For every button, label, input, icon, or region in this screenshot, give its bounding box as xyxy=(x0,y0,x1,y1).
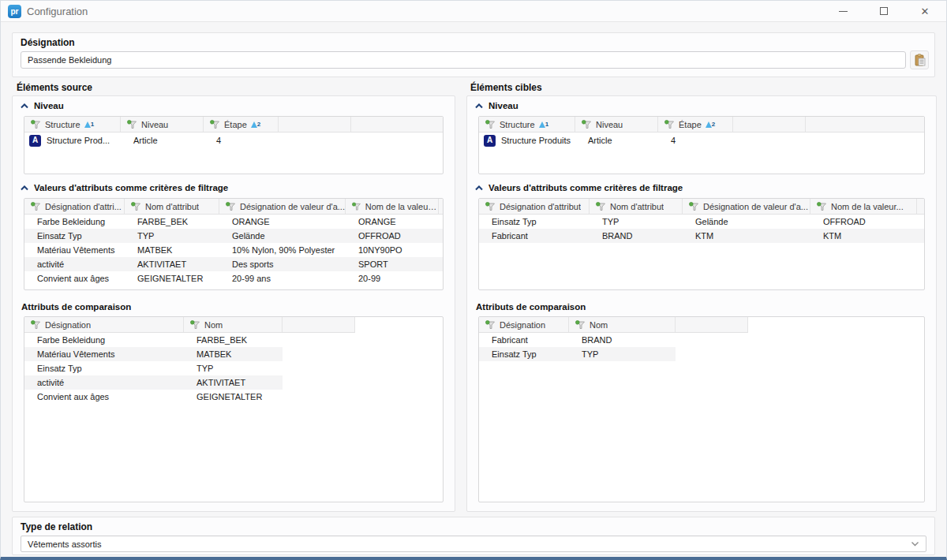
table-row[interactable]: Einsatz TypTYPGeländeOFFROAD xyxy=(479,215,924,229)
minimize-button[interactable] xyxy=(833,2,853,20)
collapse-chevron-up-icon xyxy=(475,185,483,191)
filter-funnel-icon xyxy=(131,202,141,211)
source-panel-title: Éléments source xyxy=(17,82,92,93)
header-filler xyxy=(733,117,806,132)
app-logo-icon: pr xyxy=(8,5,21,18)
relation-selected-value: Vêtements assortis xyxy=(28,539,102,549)
section-title: Attributs de comparaison xyxy=(21,302,131,312)
maximize-icon xyxy=(880,7,888,15)
sort-ascending-icon: 2 xyxy=(706,120,717,129)
column-header-etape[interactable]: Étape 2 xyxy=(658,117,733,132)
source-niveau-section-toggle[interactable]: Niveau xyxy=(21,101,64,110)
filter-funnel-icon xyxy=(190,320,200,330)
close-button[interactable]: ✕ xyxy=(915,2,935,20)
table-row[interactable]: activitéAKTIVITAETDes sportsSPORT xyxy=(24,257,443,271)
title-bar: pr Configuration ✕ xyxy=(1,1,946,22)
filter-funnel-icon xyxy=(31,320,41,330)
chevron-down-icon xyxy=(911,541,919,547)
article-structure-badge-icon: A xyxy=(484,135,496,147)
table-row[interactable]: FabricantBRAND xyxy=(479,333,676,347)
clipboard-paste-icon xyxy=(913,54,926,67)
filter-funnel-icon xyxy=(664,120,675,129)
collapse-chevron-up-icon xyxy=(21,185,28,191)
section-title: Valeurs d'attributs comme critères de fi… xyxy=(488,183,683,192)
header-filler xyxy=(279,117,351,132)
table-row[interactable]: Einsatz TypTYPGeländeOFFROAD xyxy=(24,229,443,243)
target-panel-title: Éléments cibles xyxy=(470,82,542,93)
table-row[interactable]: Convient aux âgesGEIGNETALTER20-99 ans20… xyxy=(24,271,443,286)
filter-funnel-icon xyxy=(352,202,361,211)
article-structure-badge-icon: A xyxy=(29,135,41,147)
column-header[interactable]: Désignation xyxy=(479,317,569,332)
relation-group: Type de relation Vêtements assortis xyxy=(12,517,935,555)
designation-input[interactable] xyxy=(21,51,906,69)
target-panel: Niveau Structure 1 Niveau Étape 2 xyxy=(466,95,937,512)
source-panel: Niveau Structure 1 Niveau Étape 2 xyxy=(12,95,455,512)
table-row[interactable]: Farbe BekleidungFARBE_BEK xyxy=(24,333,283,347)
column-header[interactable]: Désignation xyxy=(24,317,184,332)
filter-funnel-icon xyxy=(226,202,236,211)
close-icon: ✕ xyxy=(921,6,930,17)
filter-funnel-icon xyxy=(575,320,586,330)
maximize-button[interactable] xyxy=(874,2,894,20)
filter-funnel-icon xyxy=(817,202,827,211)
table-row[interactable]: activitéAKTIVITAET xyxy=(24,375,283,390)
table-row[interactable]: AStructure Produits Article 4 xyxy=(479,133,924,148)
section-title: Attributs de comparaison xyxy=(476,302,586,312)
table-row[interactable]: AStructure Prod... Article 4 xyxy=(24,133,443,148)
filter-funnel-icon xyxy=(485,120,496,129)
target-filter-section-toggle[interactable]: Valeurs d'attributs comme critères de fi… xyxy=(475,183,683,192)
relation-type-select[interactable]: Vêtements assortis xyxy=(21,536,926,552)
minimize-icon xyxy=(839,11,848,12)
table-row[interactable]: Einsatz TypTYP xyxy=(24,361,283,375)
section-title: Niveau xyxy=(34,101,64,110)
table-row[interactable]: Convient aux âgesGEIGNETALTER xyxy=(24,390,283,404)
target-filter-table: Désignation d'attribut Nom d'attribut Dé… xyxy=(478,198,925,290)
column-header[interactable]: Nom d'attribut xyxy=(590,199,683,214)
filter-funnel-icon xyxy=(485,320,496,330)
column-header-niveau[interactable]: Niveau xyxy=(121,117,204,132)
filter-funnel-icon xyxy=(485,202,496,211)
table-row[interactable]: Matériau VêtementsMATBEK10% Nylon, 90% P… xyxy=(24,243,443,257)
filter-funnel-icon xyxy=(689,202,699,211)
target-niveau-table: Structure 1 Niveau Étape 2 AStructure Pr… xyxy=(478,116,925,174)
sort-ascending-icon: 2 xyxy=(251,120,263,129)
filter-funnel-icon xyxy=(582,120,592,129)
filter-funnel-icon xyxy=(31,202,41,211)
column-header[interactable]: Nom xyxy=(569,317,676,332)
section-title: Niveau xyxy=(488,101,518,110)
header-filler xyxy=(676,317,748,332)
table-row[interactable]: Einsatz TypTYP xyxy=(479,347,676,361)
source-comparison-section-title: Attributs de comparaison xyxy=(21,302,131,312)
column-header[interactable]: Nom xyxy=(184,317,283,332)
column-header[interactable]: Désignation d'attribut xyxy=(479,199,590,214)
configuration-window: pr Configuration ✕ Désignation Éléments … xyxy=(0,0,947,560)
column-header[interactable]: Désignation de valeur d'a... xyxy=(683,199,810,214)
filter-funnel-icon xyxy=(31,120,41,129)
header-filler xyxy=(283,317,355,332)
sort-ascending-icon: 1 xyxy=(539,120,551,129)
column-header-structure[interactable]: Structure 1 xyxy=(24,117,121,132)
paste-button[interactable] xyxy=(910,50,929,69)
window-title: Configuration xyxy=(27,6,88,17)
filter-funnel-icon xyxy=(596,202,606,211)
designation-group: Désignation xyxy=(12,32,935,77)
collapse-chevron-up-icon xyxy=(21,103,28,109)
target-niveau-section-toggle[interactable]: Niveau xyxy=(475,101,518,110)
column-header[interactable]: Désignation de valeur d'a... xyxy=(219,199,346,214)
column-header-structure[interactable]: Structure 1 xyxy=(479,117,575,132)
table-row[interactable]: Farbe BekleidungFARBE_BEKORANGEORANGE xyxy=(24,215,443,229)
source-filter-section-toggle[interactable]: Valeurs d'attributs comme critères de fi… xyxy=(21,183,228,192)
column-header-etape[interactable]: Étape 2 xyxy=(204,117,279,132)
table-row[interactable]: Matériau VêtementsMATBEK xyxy=(24,347,283,361)
column-header[interactable]: Désignation d'attri... xyxy=(24,199,125,214)
source-filter-table: Désignation d'attri... Nom d'attribut Dé… xyxy=(24,198,444,290)
table-row[interactable]: FabricantBRANDKTMKTM xyxy=(479,229,924,243)
target-comparison-section-title: Attributs de comparaison xyxy=(476,302,586,312)
column-header[interactable]: Nom de la valeur... xyxy=(810,199,917,214)
column-header[interactable]: Nom de la valeur d... xyxy=(346,199,439,214)
source-comparison-table: Désignation Nom Farbe BekleidungFARBE_BE… xyxy=(24,316,444,502)
column-header[interactable]: Nom d'attribut xyxy=(125,199,219,214)
column-header-niveau[interactable]: Niveau xyxy=(575,117,658,132)
filter-funnel-icon xyxy=(127,120,137,129)
